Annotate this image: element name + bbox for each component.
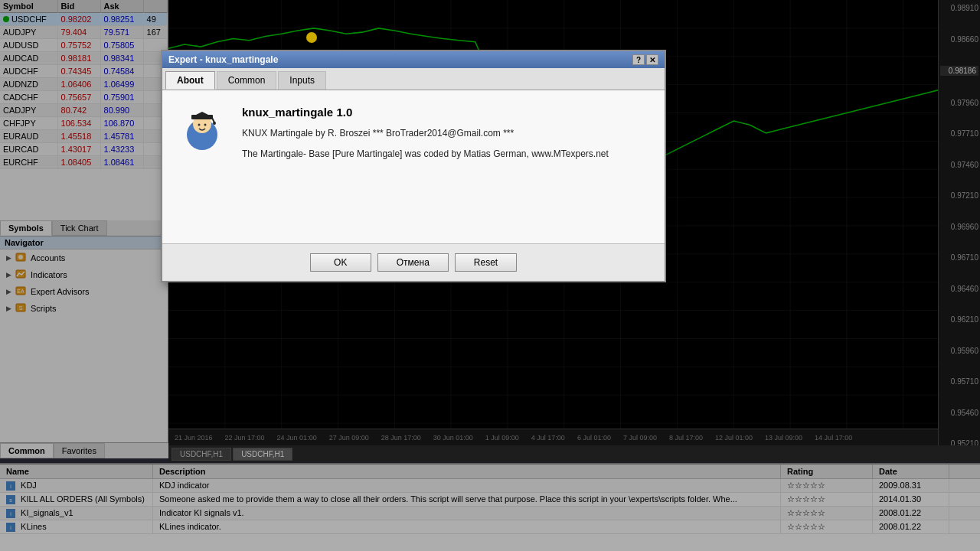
cancel-button[interactable]: Отмена [377,253,449,272]
tab-about[interactable]: About [165,71,215,90]
modal-overlay: Expert - knux_martingale ? ✕ About Commo… [0,0,980,551]
tab-common[interactable]: Common [217,71,277,90]
svg-marker-47 [193,112,211,116]
expert-dialog: Expert - knux_martingale ? ✕ About Commo… [161,50,666,282]
close-button[interactable]: ✕ [646,54,658,65]
svg-point-49 [213,122,216,125]
dialog-title: Expert - knux_martingale [168,54,278,65]
svg-point-50 [198,124,201,126]
reset-button[interactable]: Reset [455,253,517,272]
help-button[interactable]: ? [632,54,645,65]
tab-inputs[interactable]: Inputs [278,71,326,90]
dialog-buttons: OK Отмена Reset [162,243,665,281]
expert-name: knux_martingale 1.0 [242,106,649,119]
expert-desc-line2: The Martingale- Base [Pure Martingale] w… [242,147,649,161]
dialog-content: knux_martingale 1.0 KNUX Martingale by R… [162,90,665,243]
dialog-titlebar-buttons: ? ✕ [632,54,658,65]
svg-point-51 [204,124,207,126]
dialog-tabs: About Common Inputs [162,68,665,90]
ok-button[interactable]: OK [310,253,371,272]
dialog-titlebar: Expert - knux_martingale ? ✕ [162,51,665,68]
expert-info: knux_martingale 1.0 KNUX Martingale by R… [242,106,649,161]
expert-avatar [178,106,227,155]
expert-desc-line1: KNUX Martingale by R. Broszei *** BroTra… [242,126,649,141]
